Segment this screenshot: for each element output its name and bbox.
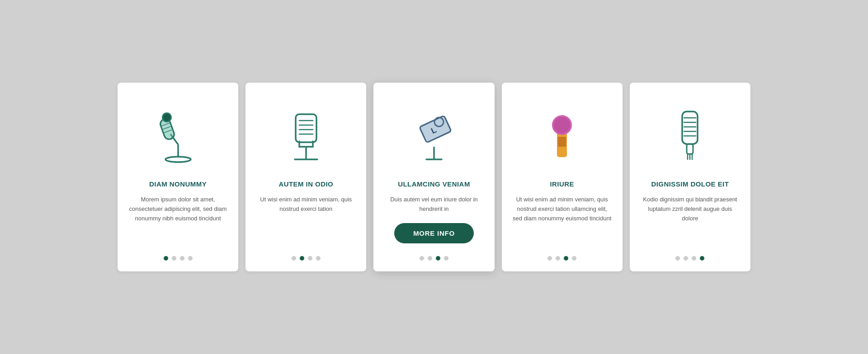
card-5-title: DIGNISSIM DOLOE EIT (651, 180, 729, 188)
dot (572, 256, 576, 261)
card-1-title: DIAM NONUMMY (149, 180, 207, 188)
card-1-icon (128, 97, 227, 169)
card-3-text: Duis autem vel eum iriure dolor in hendr… (384, 195, 483, 214)
dot (428, 256, 432, 261)
card-1: DIAM NONUMMY Morem ipsum dolor sit amet,… (118, 83, 238, 271)
card-1-dots (164, 252, 193, 261)
card-5: DIGNISSIM DOLOE EIT Kodio dignissim qui … (630, 83, 750, 271)
dot (564, 256, 568, 261)
dot (556, 256, 560, 261)
dot (444, 256, 448, 261)
card-2: AUTEM IN ODIO Ut wisi enim ad minim veni… (245, 83, 366, 271)
svg-point-9 (163, 114, 170, 121)
card-4-title: IRIURE (550, 180, 574, 188)
svg-rect-27 (558, 137, 566, 147)
dot (180, 256, 184, 261)
card-2-title: AUTEM IN ODIO (278, 180, 333, 188)
card-3-icon: L (384, 97, 483, 169)
card-3-title: ULLAMCING VENIAM (398, 180, 470, 188)
dot (172, 256, 176, 261)
card-5-dots (675, 252, 704, 261)
svg-rect-30 (682, 112, 698, 144)
card-2-dots (292, 252, 321, 261)
dot (188, 256, 193, 261)
dot (692, 256, 696, 261)
svg-point-29 (554, 117, 570, 133)
card-3-dots (420, 252, 448, 261)
dot (300, 256, 304, 261)
cards-container: DIAM NONUMMY Morem ipsum dolor sit amet,… (118, 83, 750, 271)
card-5-text: Kodio dignissim qui blandit praesent lup… (641, 195, 740, 243)
card-2-text: Ut wisi enim ad minim veniam, quis nostr… (256, 195, 355, 243)
card-2-icon (256, 97, 355, 169)
card-3: L ULLAMCING VENIAM Duis autem vel eum ir… (373, 83, 494, 271)
card-4-text: Ut wisi enim ad minim veniam, quis nostr… (513, 195, 612, 243)
dot (164, 256, 168, 261)
dot (684, 256, 688, 261)
dot (700, 256, 704, 261)
card-1-text: Morem ipsum dolor sit amet, consectetuer… (128, 195, 227, 243)
dot (420, 256, 424, 261)
svg-point-0 (165, 157, 191, 162)
svg-rect-15 (296, 114, 316, 142)
card-4-dots (547, 252, 576, 261)
more-info-button[interactable]: MORE INFO (394, 223, 473, 243)
svg-rect-36 (687, 144, 693, 154)
dot (308, 256, 312, 261)
dot (292, 256, 296, 261)
card-5-icon (641, 97, 740, 169)
card-4: IRIURE Ut wisi enim ad minim veniam, qui… (502, 83, 623, 271)
card-4-icon (513, 97, 612, 169)
dot (675, 256, 680, 261)
dot (436, 256, 440, 261)
dot (547, 256, 552, 261)
dot (316, 256, 321, 261)
